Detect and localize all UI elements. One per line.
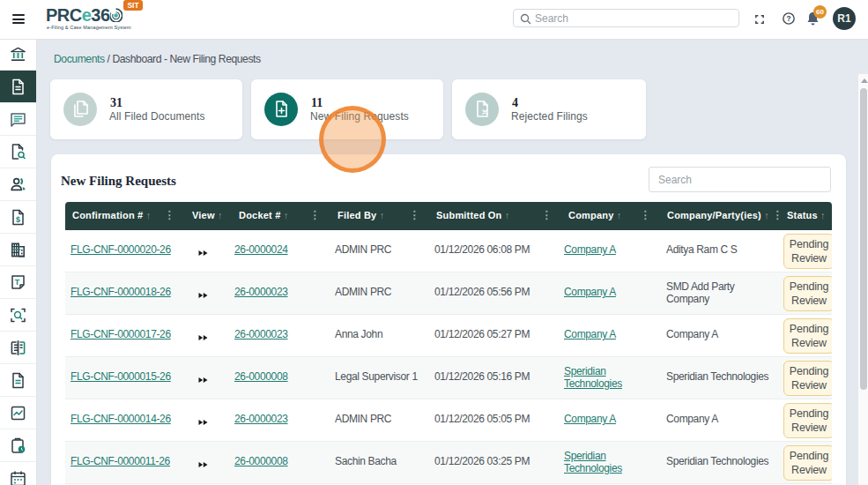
- svg-text:$: $: [16, 215, 20, 224]
- svg-text:T: T: [15, 278, 20, 287]
- svg-text:?: ?: [786, 14, 790, 23]
